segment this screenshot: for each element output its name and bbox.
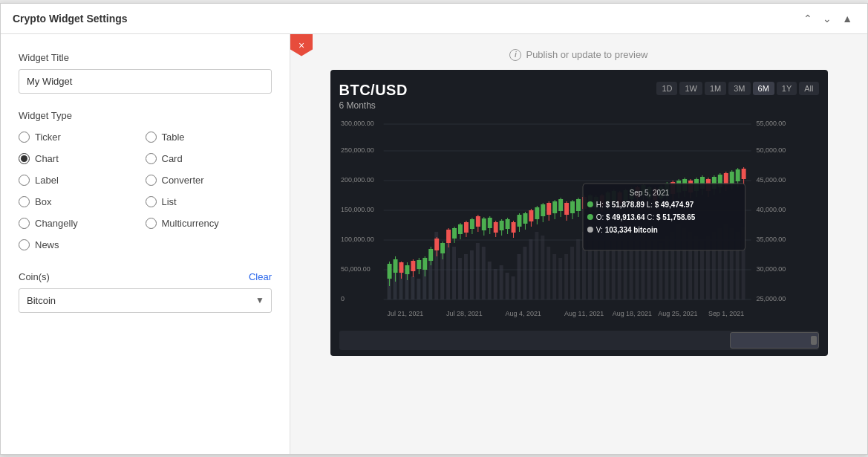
svg-text:45,000.00: 45,000.00 xyxy=(756,175,786,183)
svg-text:Jul 21, 2021: Jul 21, 2021 xyxy=(387,309,423,317)
radio-converter-label: Converter xyxy=(162,175,204,186)
expand-button[interactable]: ▲ xyxy=(839,11,855,26)
svg-point-208 xyxy=(587,214,593,220)
radio-news-label: News xyxy=(35,239,59,250)
svg-text:0: 0 xyxy=(340,294,344,302)
radio-converter[interactable] xyxy=(146,175,157,186)
radio-news[interactable] xyxy=(19,239,30,250)
chart-scrollbar[interactable] xyxy=(339,331,819,350)
radio-multicurrency-label: Multicurrency xyxy=(162,218,219,229)
radio-item-converter[interactable]: Converter xyxy=(146,172,273,189)
svg-rect-44 xyxy=(523,247,526,299)
radio-item-changelly[interactable]: Changelly xyxy=(19,215,146,232)
radio-chart[interactable] xyxy=(19,153,30,164)
main-window: Crypto Widget Settings ⌃ ⌄ ▲ Widget Titl… xyxy=(0,3,868,455)
svg-text:100,000.00: 100,000.00 xyxy=(340,235,373,242)
svg-text:50,000.00: 50,000.00 xyxy=(340,265,370,272)
svg-rect-147 xyxy=(576,199,581,211)
radio-card[interactable] xyxy=(146,153,157,164)
chart-header: BTC/USD 6 Months 1D 1W 1M 3M 6M 1Y All xyxy=(339,82,819,111)
radio-item-list[interactable]: List xyxy=(146,193,273,210)
chart-period-label: 6 Months xyxy=(339,100,408,111)
widget-type-label: Widget Type xyxy=(19,110,272,121)
svg-text:H: $ 51,878.89 L: $ 49,474.97: H: $ 51,878.89 L: $ 49,474.97 xyxy=(595,200,694,208)
svg-point-206 xyxy=(587,201,593,207)
svg-text:Aug 11, 2021: Aug 11, 2021 xyxy=(564,309,604,317)
radio-label-label: Label xyxy=(35,175,59,186)
svg-rect-97 xyxy=(428,249,433,261)
svg-rect-127 xyxy=(517,215,521,227)
svg-rect-141 xyxy=(558,199,563,211)
svg-rect-32 xyxy=(452,247,456,299)
radio-item-multicurrency[interactable]: Multicurrency xyxy=(146,215,273,232)
svg-rect-39 xyxy=(493,269,497,299)
svg-text:Sep 1, 2021: Sep 1, 2021 xyxy=(708,309,743,317)
svg-rect-25 xyxy=(411,276,414,299)
radio-label[interactable] xyxy=(19,175,30,186)
period-3m-button[interactable]: 3M xyxy=(728,82,750,95)
radio-changelly-label: Changelly xyxy=(35,218,78,229)
radio-item-ticker[interactable]: Ticker xyxy=(19,129,146,146)
period-6m-button[interactable]: 6M xyxy=(753,82,774,95)
period-1w-button[interactable]: 1W xyxy=(679,82,702,95)
period-all-button[interactable]: All xyxy=(799,82,818,95)
svg-rect-48 xyxy=(546,247,550,299)
radio-item-label[interactable]: Label xyxy=(19,172,146,189)
chart-widget: BTC/USD 6 Months 1D 1W 1M 3M 6M 1Y All xyxy=(330,70,828,356)
collapse-down-button[interactable]: ⌄ xyxy=(820,11,835,26)
svg-rect-143 xyxy=(564,203,569,215)
radio-multicurrency[interactable] xyxy=(146,218,157,229)
window-header: Crypto Widget Settings ⌃ ⌄ ▲ xyxy=(1,4,867,34)
coin-select[interactable]: Bitcoin Ethereum Litecoin Ripple xyxy=(19,288,272,313)
clear-coins-button[interactable]: Clear xyxy=(249,271,272,282)
svg-rect-67 xyxy=(659,243,662,299)
svg-text:Jul 28, 2021: Jul 28, 2021 xyxy=(446,309,483,317)
radio-changelly[interactable] xyxy=(19,218,30,229)
svg-rect-26 xyxy=(417,279,420,299)
scrollbar-thumb[interactable] xyxy=(730,332,819,349)
widget-title-label: Widget Title xyxy=(19,52,272,63)
radio-box[interactable] xyxy=(19,196,30,207)
info-icon: i xyxy=(509,49,521,61)
svg-rect-135 xyxy=(541,204,545,216)
period-1y-button[interactable]: 1Y xyxy=(777,82,797,95)
preview-area: BTC/USD 6 Months 1D 1W 1M 3M 6M 1Y All xyxy=(290,70,867,371)
svg-text:Aug 18, 2021: Aug 18, 2021 xyxy=(612,309,651,317)
period-1m-button[interactable]: 1M xyxy=(705,82,726,95)
svg-rect-203 xyxy=(741,169,745,179)
window-controls: ⌃ ⌄ ▲ xyxy=(800,11,855,26)
radio-ticker[interactable] xyxy=(19,132,30,143)
radio-table[interactable] xyxy=(146,132,157,143)
chart-info: BTC/USD 6 Months xyxy=(339,82,408,111)
radio-item-box[interactable]: Box xyxy=(19,193,146,210)
svg-rect-119 xyxy=(493,222,497,233)
svg-text:300,000.00: 300,000.00 xyxy=(340,119,373,126)
period-1d-button[interactable]: 1D xyxy=(656,82,677,95)
preview-notice: i Publish or update to preview xyxy=(290,34,867,70)
svg-rect-49 xyxy=(552,254,556,299)
svg-rect-53 xyxy=(576,239,580,299)
svg-text:40,000.00: 40,000.00 xyxy=(756,205,786,213)
svg-rect-125 xyxy=(511,222,515,233)
svg-rect-199 xyxy=(729,172,734,184)
svg-rect-129 xyxy=(523,213,527,224)
radio-item-news[interactable]: News xyxy=(19,236,146,253)
radio-list[interactable] xyxy=(146,196,157,207)
radio-table-label: Table xyxy=(162,132,185,143)
widget-title-input[interactable] xyxy=(19,69,272,94)
svg-text:Aug 25, 2021: Aug 25, 2021 xyxy=(658,309,697,317)
svg-rect-107 xyxy=(458,224,463,234)
radio-item-chart[interactable]: Chart xyxy=(19,150,146,167)
svg-text:Sep 5, 2021: Sep 5, 2021 xyxy=(629,188,669,196)
collapse-up-button[interactable]: ⌃ xyxy=(800,11,815,26)
svg-rect-23 xyxy=(399,273,402,299)
coins-label: Coin(s) xyxy=(19,271,50,282)
radio-item-card[interactable]: Card xyxy=(146,150,273,167)
svg-rect-47 xyxy=(541,236,544,299)
svg-rect-85 xyxy=(393,259,397,273)
svg-rect-145 xyxy=(570,201,575,213)
radio-item-table[interactable]: Table xyxy=(146,129,273,146)
svg-rect-42 xyxy=(511,276,515,299)
scrollbar-handle[interactable] xyxy=(811,336,817,345)
svg-point-210 xyxy=(587,227,593,233)
